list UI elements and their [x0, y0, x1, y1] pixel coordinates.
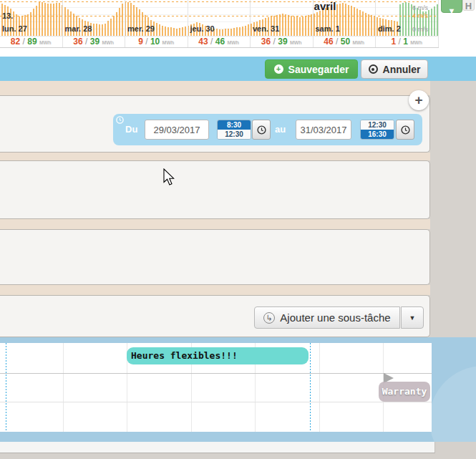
- day-column: mar. 2836 / 39 MWh: [63, 0, 126, 48]
- date-range-widget: Du 8:30 12:30 au 12:30 16:30: [113, 114, 422, 145]
- wind-axis-tick: 4 m/s: [412, 12, 441, 19]
- panel-gap: [0, 81, 430, 95]
- day-label: sam. 1: [316, 24, 340, 33]
- form-panel-3: [0, 229, 430, 285]
- add-subtask-dropdown[interactable]: ▼: [401, 306, 424, 329]
- chart-divider: [0, 47, 439, 48]
- end-time-end[interactable]: 16:30: [361, 130, 394, 139]
- gantt-row-divider: [0, 373, 432, 374]
- clock-icon: [116, 116, 124, 124]
- day-energy-values: 9 / 10 MWh: [125, 37, 188, 47]
- au-label: au: [275, 124, 286, 135]
- gantt-task-bar[interactable]: Heures flexibles!!!: [127, 347, 309, 364]
- day-energy-values: 82 / 89 MWh: [0, 37, 62, 47]
- day-energy-values: 36 / 39 MWh: [63, 37, 125, 47]
- day-energy-values: 46 / 50 MWh: [314, 37, 376, 47]
- wind-axis-tick: 6 m/s: [412, 4, 441, 11]
- gantt-decoration: [429, 366, 476, 442]
- caret-down-icon: ▼: [409, 314, 416, 322]
- week-number-label: 13.: [2, 11, 13, 20]
- end-clock-button[interactable]: [396, 120, 414, 140]
- day-energy-values: 36 / 39 MWh: [251, 37, 313, 47]
- end-date-input[interactable]: [296, 120, 351, 140]
- mouse-cursor: [163, 168, 176, 187]
- save-toolbar: + Sauvegarder Annuler: [0, 57, 476, 81]
- day-label: ven. 31: [253, 24, 279, 33]
- energy-forecast-chart: lun. 2782 / 89 MWhmar. 2836 / 39 MWhmer.…: [0, 0, 476, 57]
- month-label: avril: [296, 0, 354, 12]
- bottom-panel: [0, 442, 435, 453]
- add-subtask-button[interactable]: ↳ Ajouter une sous-tâche: [254, 306, 400, 329]
- start-date-input[interactable]: [145, 120, 209, 140]
- save-button-label: Sauvegarder: [288, 64, 349, 75]
- h-button[interactable]: H: [462, 0, 475, 11]
- day-label: lun. 27: [2, 24, 27, 33]
- start-clock-button[interactable]: [252, 120, 271, 140]
- end-time-picker: 12:30 16:30: [360, 120, 394, 140]
- start-time-picker: 8:30 12:30: [217, 120, 251, 140]
- gantt-widget: Heures flexibles!!! Warranty: [0, 337, 476, 442]
- collapse-chart-button[interactable]: ▼: [441, 0, 462, 13]
- du-label: Du: [125, 124, 137, 135]
- day-energy-values: 1 / 1 MWh: [376, 37, 438, 47]
- warranty-task-bar[interactable]: Warranty: [379, 382, 430, 402]
- cancel-circle-icon: [369, 64, 378, 74]
- day-label: mer. 29: [127, 24, 155, 33]
- clock-icon: [257, 125, 266, 135]
- gantt-row-divider: [0, 402, 432, 402]
- chevron-down-icon: ▼: [448, 6, 456, 15]
- day-label: dim. 2: [378, 24, 401, 33]
- day-label: jeu. 30: [190, 24, 215, 33]
- add-subtask-label: Ajouter une sous-tâche: [280, 311, 390, 324]
- start-time-end[interactable]: 12:30: [218, 130, 251, 139]
- panel-gap: [0, 153, 430, 160]
- plus-circle-icon: +: [274, 64, 283, 74]
- clock-icon: [401, 125, 410, 135]
- wind-axis-tick: 0 m/s: [412, 26, 441, 33]
- app-screen: lun. 2782 / 89 MWhmar. 2836 / 39 MWhmer.…: [0, 0, 476, 459]
- cancel-button-label: Annuler: [383, 64, 421, 75]
- cancel-button[interactable]: Annuler: [361, 59, 428, 79]
- save-button[interactable]: + Sauvegarder: [265, 59, 358, 79]
- day-column: jeu. 3043 / 46 MWh: [188, 0, 251, 48]
- end-time-begin[interactable]: 12:30: [361, 120, 394, 130]
- selection-end-line: [310, 343, 311, 432]
- panel-gap: [0, 285, 430, 295]
- start-time-begin[interactable]: 8:30: [218, 120, 251, 130]
- return-arrow-icon: ↳: [263, 312, 275, 324]
- selection-start-line: [6, 343, 6, 432]
- form-panel-2: [0, 160, 430, 219]
- chart-divider: [0, 36, 439, 37]
- day-column: lun. 2782 / 89 MWh: [0, 0, 63, 48]
- day-label: mar. 28: [65, 24, 92, 33]
- day-energy-values: 43 / 46 MWh: [188, 37, 251, 47]
- gantt-grid: Heures flexibles!!! Warranty: [0, 343, 432, 432]
- add-row-button[interactable]: +: [409, 90, 429, 110]
- day-column: mer. 299 / 10 MWh: [125, 0, 188, 48]
- panel-gap: [0, 219, 430, 229]
